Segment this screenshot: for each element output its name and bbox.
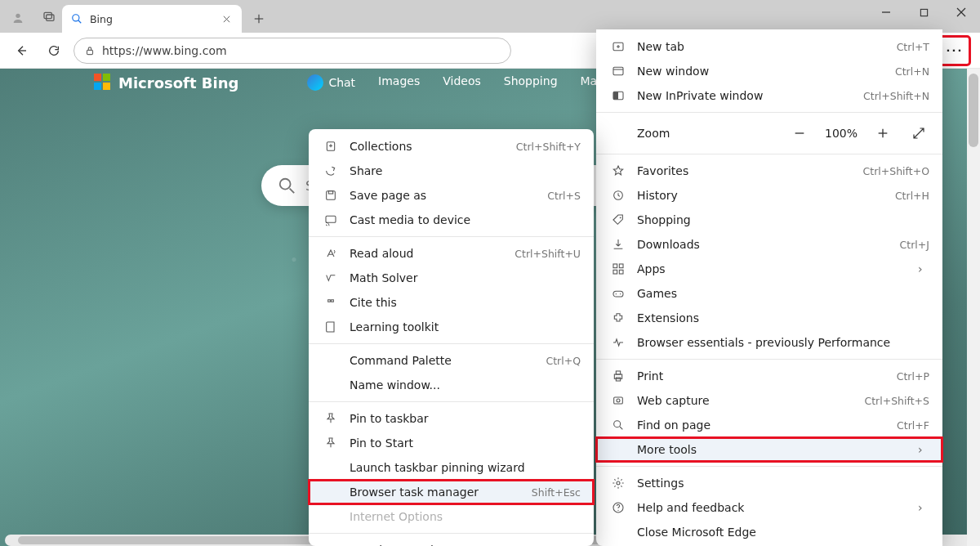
svg-rect-30 — [619, 264, 623, 268]
submenu-dev-tools[interactable]: Developer toolsCtrl+Shift+I — [309, 538, 594, 546]
menu-find[interactable]: Find on pageCtrl+F — [596, 413, 942, 437]
submenu-collections[interactable]: CollectionsCtrl+Shift+Y — [309, 134, 594, 159]
bing-favicon — [70, 12, 83, 25]
menu-label: Launch taskbar pinning wizard — [350, 461, 581, 474]
find-icon — [612, 418, 625, 432]
svg-rect-39 — [614, 397, 623, 404]
chevron-right-icon: › — [918, 501, 929, 514]
menu-shortcut: Ctrl+H — [895, 190, 929, 202]
svg-rect-20 — [613, 67, 623, 74]
fullscreen-icon — [911, 126, 926, 141]
menu-label: Learning toolkit — [350, 320, 581, 333]
submenu-pin-wizard[interactable]: Launch taskbar pinning wizard — [309, 455, 594, 480]
collections-icon — [324, 140, 337, 153]
new-tab-button[interactable] — [247, 7, 271, 31]
submenu-read-aloud[interactable]: Read aloudCtrl+Shift+U — [309, 241, 594, 266]
submenu-cast[interactable]: Cast media to device — [309, 208, 594, 232]
gear-icon — [612, 477, 625, 490]
submenu-save-as[interactable]: Save page asCtrl+S — [309, 183, 594, 208]
menu-new-tab[interactable]: New tabCtrl+T — [596, 34, 942, 59]
close-window-button[interactable] — [942, 0, 980, 25]
submenu-math-solver[interactable]: Math Solver — [309, 266, 594, 290]
zoom-out-button[interactable] — [789, 123, 810, 144]
extensions-icon — [612, 311, 625, 324]
menu-close-edge[interactable]: Close Microsoft Edge — [596, 520, 942, 544]
fullscreen-button[interactable] — [908, 123, 929, 144]
nav-videos[interactable]: Videos — [443, 74, 481, 91]
menu-label: Read aloud — [350, 247, 514, 260]
menu-label: Settings — [637, 477, 929, 490]
menu-settings[interactable]: Settings — [596, 471, 942, 495]
history-icon — [612, 189, 625, 202]
menu-shortcut: Ctrl+Shift+O — [863, 165, 929, 177]
vertical-scrollbar[interactable] — [967, 69, 980, 546]
submenu-command-palette[interactable]: Command PaletteCtrl+Q — [309, 348, 594, 373]
nav-chat[interactable]: Chat — [307, 74, 355, 91]
svg-point-45 — [617, 510, 618, 511]
menu-essentials[interactable]: Browser essentials - previously Performa… — [596, 330, 942, 355]
menu-shortcut: Shift+Esc — [532, 486, 581, 499]
menu-extensions[interactable]: Extensions — [596, 306, 942, 330]
submenu-pin-taskbar[interactable]: Pin to taskbar — [309, 406, 594, 431]
plus-icon — [253, 13, 265, 25]
games-icon — [612, 287, 625, 300]
menu-favorites[interactable]: FavoritesCtrl+Shift+O — [596, 159, 942, 183]
minimize-button[interactable] — [867, 0, 905, 25]
menu-label: Collections — [350, 140, 516, 153]
menu-new-inprivate[interactable]: New InPrivate windowCtrl+Shift+N — [596, 83, 942, 108]
menu-help[interactable]: Help and feedback› — [596, 495, 942, 520]
cite-icon — [324, 296, 337, 309]
user-icon — [11, 11, 24, 25]
menu-print[interactable]: PrintCtrl+P — [596, 364, 942, 388]
svg-rect-51 — [328, 191, 332, 194]
svg-point-35 — [620, 293, 621, 294]
menu-label: Internet Options — [350, 510, 581, 523]
submenu-name-window[interactable]: Name window... — [309, 373, 594, 397]
menu-shortcut: Ctrl+Shift+U — [514, 248, 581, 260]
nav-shopping[interactable]: Shopping — [504, 74, 558, 91]
menu-games[interactable]: Games — [596, 281, 942, 306]
more-tools-submenu: CollectionsCtrl+Shift+Y Share Save page … — [309, 129, 594, 546]
pin-icon — [324, 436, 337, 450]
submenu-share[interactable]: Share — [309, 159, 594, 183]
svg-rect-29 — [613, 264, 617, 268]
menu-apps[interactable]: Apps› — [596, 257, 942, 281]
menu-label: More tools — [637, 443, 918, 456]
submenu-task-manager[interactable]: Browser task managerShift+Esc — [309, 480, 594, 504]
back-button[interactable] — [7, 36, 36, 65]
svg-rect-37 — [616, 371, 620, 374]
menu-capture[interactable]: Web captureCtrl+Shift+S — [596, 388, 942, 413]
maximize-icon — [920, 8, 929, 17]
menu-new-window[interactable]: New windowCtrl+N — [596, 59, 942, 83]
submenu-pin-start[interactable]: Pin to Start — [309, 431, 594, 455]
menu-history[interactable]: HistoryCtrl+H — [596, 183, 942, 208]
tab-close-button[interactable] — [219, 11, 234, 26]
titlebar: Bing — [0, 0, 980, 33]
menu-label: Close Microsoft Edge — [637, 526, 929, 539]
menu-shopping[interactable]: Shopping — [596, 208, 942, 232]
menu-separator — [309, 401, 594, 402]
plus-icon — [876, 127, 889, 140]
scrollbar-thumb[interactable] — [969, 74, 978, 147]
chevron-right-icon: › — [918, 443, 929, 456]
profile-button[interactable] — [7, 7, 29, 29]
zoom-in-button[interactable] — [872, 123, 893, 144]
submenu-learning[interactable]: Learning toolkit — [309, 315, 594, 339]
menu-label: Share — [350, 164, 581, 177]
maximize-button[interactable] — [905, 0, 942, 25]
browser-tab[interactable]: Bing — [62, 5, 242, 33]
submenu-cite[interactable]: Cite this — [309, 290, 594, 315]
menu-label: Save page as — [350, 189, 547, 202]
submenu-internet-options: Internet Options — [309, 504, 594, 529]
menu-more-tools[interactable]: More tools› — [596, 437, 942, 462]
address-bar[interactable]: https://www.bing.com — [74, 38, 511, 64]
menu-label: Shopping — [637, 213, 929, 226]
menu-downloads[interactable]: DownloadsCtrl+J — [596, 232, 942, 257]
nav-images[interactable]: Images — [378, 74, 420, 91]
refresh-button[interactable] — [39, 36, 69, 65]
tab-search-button[interactable] — [36, 3, 62, 29]
svg-rect-2 — [47, 15, 54, 20]
menu-shortcut: Ctrl+Q — [546, 355, 581, 367]
bing-logo[interactable]: Microsoft Bing — [94, 74, 238, 92]
more-button[interactable]: ··· — [939, 36, 970, 65]
